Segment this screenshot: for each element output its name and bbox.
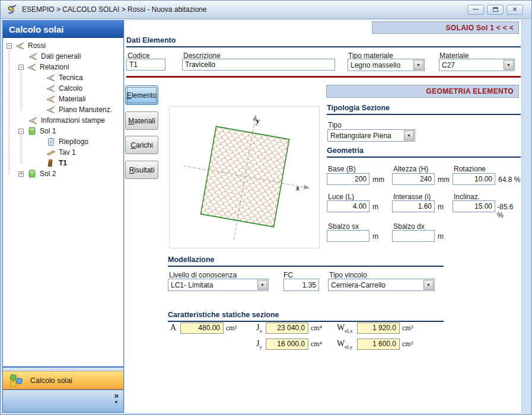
symbol-sub: el,y <box>345 344 352 350</box>
tree-item-dati-generali[interactable]: Dati generali <box>3 51 123 62</box>
inclinaz-input[interactable] <box>453 200 495 212</box>
tipo-sezione-value: Rettangolare Piena <box>328 132 403 140</box>
tree-item-t1[interactable]: T1 <box>3 158 123 168</box>
app-logo-icon <box>7 4 18 15</box>
dropdown-arrow-icon[interactable]: ▼ <box>413 60 423 70</box>
jy-value: 16 000.0 <box>266 339 308 350</box>
sbalzo-dx-input[interactable] <box>392 230 435 242</box>
altezza-input[interactable] <box>392 173 435 185</box>
tree-item-relazioni[interactable]: − Relazioni <box>3 62 123 72</box>
dart-icon <box>15 42 25 50</box>
cubes-icon <box>9 374 24 388</box>
tipo-vincolo-select[interactable]: Cerniera-Carrello ▼ <box>328 279 435 291</box>
dart-icon <box>28 52 38 60</box>
red-separator <box>126 76 521 78</box>
dropdown-arrow-icon[interactable]: ▼ <box>423 280 434 290</box>
tree-item-label: Informazioni stampe <box>41 116 105 124</box>
tree-item-label: Relazioni <box>40 63 69 71</box>
close-button[interactable]: ✕ <box>506 5 523 15</box>
tipo-materiale-select[interactable]: Legno massello ▼ <box>348 59 425 71</box>
tree-item-label: Sol 2 <box>40 170 56 178</box>
symbol-text: A <box>170 323 176 332</box>
tree-item-sol-2[interactable]: + Sol 2 <box>3 168 123 179</box>
dart-icon <box>27 63 37 71</box>
minimize-icon: — <box>473 7 479 12</box>
app-window: ESEMPIO > CALCOLO SOLAI > Rossi - Nuova … <box>0 0 532 415</box>
section-dati-elemento: Dati Elemento <box>126 36 521 47</box>
sbalzo-sx-input[interactable] <box>327 230 369 242</box>
tree-item-calcolo[interactable]: Calcolo <box>3 83 123 94</box>
tree-item-tecnica[interactable]: Tecnica <box>3 72 123 83</box>
maximize-button[interactable] <box>487 5 504 15</box>
symbol-text: W <box>337 323 345 332</box>
sidebar-splitter[interactable]: ········· <box>3 366 123 371</box>
tree-item-riepilogo[interactable]: Riepilogo <box>3 136 123 147</box>
collapse-icon[interactable]: − <box>18 129 24 134</box>
collapse-icon[interactable]: − <box>7 43 12 49</box>
axis-x-label: x <box>295 184 300 192</box>
dart-icon <box>46 84 56 92</box>
base-input[interactable] <box>327 173 369 185</box>
section-tipologia-sezione: Tipologia Sezione <box>327 104 521 115</box>
tab-risultati[interactable]: Risultati <box>125 161 158 179</box>
rotazione-label: Rotazione <box>454 165 486 173</box>
luce-input[interactable] <box>327 200 369 212</box>
wx-value: 1 920.0 <box>357 323 400 334</box>
tab-risultati-label: Risultati <box>129 166 155 174</box>
page-icon <box>27 127 37 135</box>
tab-materiali[interactable]: Materiali <box>125 111 158 130</box>
livello-conoscenza-value: LC1- Limitata <box>168 281 257 289</box>
dart-icon <box>46 74 56 82</box>
titlebar: ESEMPIO > CALCOLO SOLAI > Rossi - Nuova … <box>1 1 531 19</box>
tree-item-rossi[interactable]: − Rossi <box>3 40 123 51</box>
tree-item-label: Dati generali <box>41 52 81 60</box>
altezza-unit: mm <box>438 175 450 184</box>
codice-input[interactable] <box>126 59 165 71</box>
tab-carichi-label: Carichi <box>130 141 152 149</box>
tipo-vincolo-label: Tipo vincolo <box>329 271 367 279</box>
chevron-double-icon: » <box>114 392 119 399</box>
interasse-label: Interasse (i) <box>393 193 431 201</box>
tree-item-materiali[interactable]: Materiali <box>3 94 123 104</box>
sidebar: Calcolo solai − Rossi Dati generali − Re… <box>2 20 124 413</box>
rotazione-input[interactable] <box>453 173 495 185</box>
taskbar-button-label: Calcolo solai <box>30 376 72 385</box>
tree-item-label: Calcolo <box>59 84 82 92</box>
tree-item-label: Piano Manutenz. <box>59 106 112 114</box>
geometria-elemento-banner: GEOMETRIA ELEMENTO <box>326 85 519 98</box>
dropdown-arrow-icon[interactable]: ▼ <box>257 280 267 290</box>
dart-icon <box>46 106 56 114</box>
jx-value: 23 040.0 <box>266 323 308 334</box>
descrizione-input[interactable] <box>182 59 335 71</box>
area-unit: cm² <box>226 324 237 333</box>
section-preview-canvas: y x <box>169 106 320 248</box>
tree-item-tav-1[interactable]: Tav 1 <box>3 147 123 158</box>
tree-item-informazioni-stampe[interactable]: Informazioni stampe <box>3 115 123 126</box>
area-value: 480.00 <box>180 323 224 334</box>
interasse-input[interactable] <box>392 200 435 212</box>
dropdown-arrow-icon[interactable]: ▼ <box>504 60 514 70</box>
tipo-sezione-select[interactable]: Rettangolare Piena ▼ <box>327 129 415 142</box>
tab-elemento[interactable]: Elemento <box>125 85 158 105</box>
section-modellazione: Modellazione <box>168 256 444 267</box>
fc-input[interactable] <box>283 279 319 291</box>
tab-carichi[interactable]: Carichi <box>125 136 158 154</box>
tipo-materiale-value: Legno massello <box>348 61 413 69</box>
tipo-label: Tipo <box>328 121 342 129</box>
configure-buttons-button[interactable]: » ▼ <box>114 392 119 406</box>
symbol-sub: el,x <box>345 328 352 334</box>
rotazione-percent: 64.8 % <box>498 175 520 184</box>
livello-conoscenza-select[interactable]: LC1- Limitata ▼ <box>168 279 269 291</box>
tree-item-sol-1[interactable]: − Sol 1 <box>3 126 123 136</box>
tree-item-piano-manutenz[interactable]: Piano Manutenz. <box>3 104 123 115</box>
dropdown-arrow-icon[interactable]: ▼ <box>404 130 414 141</box>
dart-icon <box>46 95 56 103</box>
calcolo-solai-taskbar-button[interactable]: Calcolo solai <box>3 371 123 390</box>
tree-item-label: Tecnica <box>59 74 83 82</box>
minimize-button[interactable]: — <box>467 5 484 15</box>
expand-icon[interactable]: + <box>18 171 24 177</box>
materiale-select[interactable]: C27 ▼ <box>439 59 515 71</box>
inclinaz-percent: -85.6 % <box>497 203 521 219</box>
collapse-icon[interactable]: − <box>18 65 24 70</box>
section-caratteristiche-statiche: Caratteristiche statiche sezione <box>168 311 444 322</box>
